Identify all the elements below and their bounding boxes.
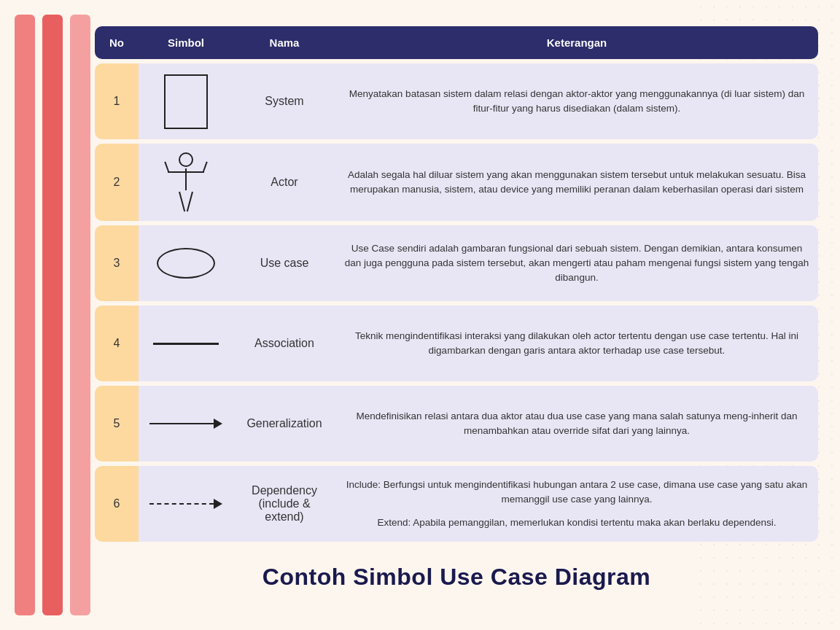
main-content: No Simbol Nama Keterangan 1SystemMenyata…: [95, 0, 818, 605]
cell-keterangan: Teknik mengindentifikasi interaksi yang …: [335, 306, 818, 381]
symbol-dashed-arrow-icon: [149, 499, 222, 509]
symbols-table: No Simbol Nama Keterangan 1SystemMenyata…: [95, 22, 818, 546]
symbol-rect-icon: [164, 74, 208, 129]
bar-1: [15, 15, 35, 615]
keterangan-include-text: Include: Berfungsi untuk mengindentifika…: [343, 478, 811, 508]
symbol-ellipse-icon: [157, 248, 215, 279]
table-row: 4AssociationTeknik mengindentifikasi int…: [95, 306, 818, 381]
header-no: No: [95, 26, 139, 59]
keterangan-text: Teknik mengindentifikasi interaksi yang …: [343, 329, 811, 359]
actor-head-icon: [179, 152, 193, 167]
cell-symbol: [139, 225, 233, 301]
symbol-line-icon: [153, 343, 219, 345]
table-row: 5 GeneralizationMendefinisikan relasi an…: [95, 386, 818, 462]
table-row: 2 ActorAdalah segala hal diluar sistem y…: [95, 144, 818, 221]
table-row: 3Use caseUse Case sendiri adalah gambara…: [95, 225, 818, 301]
cell-no: 4: [95, 306, 139, 381]
bar-2: [42, 15, 63, 615]
keterangan-extend-text: Extend: Apabila pemanggilan, memerlukan …: [343, 516, 811, 530]
cell-nama: Use case: [233, 225, 335, 301]
footer-title: Contoh Simbol Use Case Diagram: [95, 564, 818, 591]
cell-symbol: [139, 144, 233, 221]
keterangan-text: Adalah segala hal diluar sistem yang aka…: [343, 168, 811, 198]
cell-no: 6: [95, 466, 139, 542]
keterangan-text: Use Case sendiri adalah gambaran fungsio…: [343, 241, 811, 286]
cell-symbol: [139, 63, 233, 139]
cell-symbol: [139, 386, 233, 462]
actor-body-icon: [185, 168, 187, 190]
actor-leg-left-icon: [179, 192, 185, 212]
cell-nama: Association: [233, 306, 335, 381]
dashed-line-icon: [149, 503, 214, 505]
actor-figure-icon: [179, 152, 193, 212]
cell-symbol: [139, 306, 233, 381]
table-row: 6 Dependency(include &extend)Include: Be…: [95, 466, 818, 542]
header-simbol: Simbol: [139, 26, 233, 59]
arrow-head-icon: [214, 419, 222, 429]
cell-nama: System: [233, 63, 335, 139]
header-keterangan: Keterangan: [335, 26, 818, 59]
cell-keterangan: Adalah segala hal diluar sistem yang aka…: [335, 144, 818, 221]
cell-nama: Actor: [233, 144, 335, 221]
symbol-arrow-icon: [149, 419, 222, 429]
actor-arms-icon: [168, 171, 204, 173]
cell-no: 5: [95, 386, 139, 462]
keterangan-text: Mendefinisikan relasi antara dua aktor a…: [343, 409, 811, 439]
cell-keterangan: Include: Berfungsi untuk mengindentifika…: [335, 466, 818, 542]
keterangan-text: Menyatakan batasan sistem dalam relasi d…: [343, 87, 811, 117]
dashed-arrow-head-icon: [214, 499, 222, 509]
actor-leg-right-icon: [187, 192, 193, 212]
cell-keterangan: Mendefinisikan relasi antara dua aktor a…: [335, 386, 818, 462]
actor-legs-icon: [179, 192, 193, 212]
cell-keterangan: Menyatakan batasan sistem dalam relasi d…: [335, 63, 818, 139]
decorative-bars: [0, 0, 90, 630]
cell-no: 1: [95, 63, 139, 139]
cell-no: 3: [95, 225, 139, 301]
cell-no: 2: [95, 144, 139, 221]
table-header: No Simbol Nama Keterangan: [95, 26, 818, 59]
cell-symbol: [139, 466, 233, 542]
cell-nama: Generalization: [233, 386, 335, 462]
cell-keterangan: Use Case sendiri adalah gambaran fungsio…: [335, 225, 818, 301]
arrow-line-icon: [149, 423, 214, 425]
header-nama: Nama: [233, 26, 335, 59]
cell-nama: Dependency(include &extend): [233, 466, 335, 542]
bar-3: [70, 15, 90, 615]
table-row: 1SystemMenyatakan batasan sistem dalam r…: [95, 63, 818, 139]
